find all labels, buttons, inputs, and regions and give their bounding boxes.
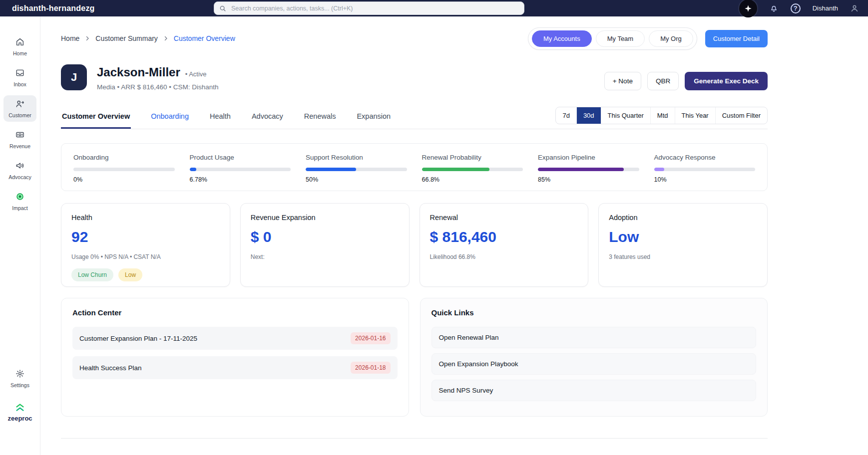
chevron-right-icon [84,35,90,41]
risk-badge: Low [118,268,142,281]
churn-badge: Low Churn [71,268,113,281]
scope-my-org[interactable]: My Org [649,30,693,47]
customer-name: Jackson-Miller [97,65,180,79]
revenue-expansion-card: Revenue Expansion $ 0 Next: [240,203,410,287]
sidebar-item-label: Customer [8,112,31,118]
sidebar-item-inbox[interactable]: Inbox [3,64,36,91]
notifications-bell-icon[interactable] [769,3,779,13]
chevron-right-icon [163,35,169,41]
metric-onboarding: Onboarding 0% [73,154,175,183]
search-icon [219,5,226,12]
progress-fill [190,168,197,171]
breadcrumb-customer-summary[interactable]: Customer Summary [95,34,157,42]
zeeproc-logo-icon [15,404,25,414]
tab-advocacy[interactable]: Advocacy [251,108,284,129]
advocacy-icon [15,161,24,172]
time-filter-custom[interactable]: Custom Filter [715,107,767,124]
global-search[interactable] [214,1,524,15]
progress-track [73,168,175,171]
time-filter-30d[interactable]: 30d [576,107,601,124]
assistant-orb-icon[interactable] [739,0,757,17]
help-icon[interactable]: ? [791,3,801,13]
impact-icon [15,192,24,203]
customer-subtitle: Media • ARR $ 816,460 • CSM: Dishanth [97,83,219,91]
revenue-expansion-value: $ 0 [251,228,399,245]
scope-toggle: My Accounts My Team My Org [528,27,697,50]
generate-exec-deck-button[interactable]: Generate Exec Deck [685,72,768,90]
quick-links-panel: Quick Links Open Renewal Plan Open Expan… [420,298,768,417]
time-filter-7d[interactable]: 7d [556,107,576,124]
qbr-button[interactable]: QBR [647,72,679,90]
progress-track [190,168,291,171]
progress-track [538,168,639,171]
progress-fill [538,168,624,171]
topbar: dishanth-hernandezg ? Dishanth [0,0,868,16]
customer-tabs: Customer Overview Onboarding Health Advo… [61,108,392,129]
quick-links-title: Quick Links [432,308,757,317]
breadcrumb: Home Customer Summary Customer Overview [61,34,235,42]
sidebar: Home Inbox Customer [0,16,40,455]
sidebar-item-advocacy[interactable]: Advocacy [3,157,36,184]
brand-name: zeeproc [7,415,32,422]
customer-avatar: J [61,64,87,90]
app-title: dishanth-hernandezg [12,4,95,13]
topbar-actions: ? Dishanth [739,0,859,16]
user-name[interactable]: Dishanth [813,4,838,12]
scope-my-accounts[interactable]: My Accounts [532,30,592,47]
sidebar-item-impact[interactable]: Impact [3,188,36,215]
progress-fill [306,168,356,171]
action-item[interactable]: Customer Expansion Plan - 17-11-2025 202… [72,327,398,350]
tab-expansion[interactable]: Expansion [356,108,392,129]
home-icon [15,37,24,48]
metric-advocacy-response: Advocacy Response 10% [654,154,756,183]
metric-support-resolution: Support Resolution 50% [306,154,407,183]
customer-status: • Active [185,70,207,78]
brand-logo[interactable]: zeeproc [7,404,32,422]
sidebar-item-label: Advocacy [8,174,31,180]
scope-my-team[interactable]: My Team [596,30,645,47]
time-filter-this-year[interactable]: This Year [675,107,715,124]
sidebar-item-label: Revenue [9,143,30,149]
progress-track [306,168,407,171]
breadcrumb-current: Customer Overview [174,34,235,42]
action-center-title: Action Center [72,308,398,317]
breadcrumb-home[interactable]: Home [61,34,79,42]
sidebar-item-home[interactable]: Home [3,33,36,60]
sidebar-item-settings[interactable]: Settings [3,365,36,392]
sidebar-item-label: Inbox [13,81,26,87]
progress-track [654,168,756,171]
settings-gear-icon [15,369,24,380]
sidebar-item-label: Settings [10,382,29,388]
tab-onboarding[interactable]: Onboarding [150,108,190,129]
revenue-icon [15,130,24,141]
quick-link-open-expansion-playbook[interactable]: Open Expansion Playbook [432,353,757,375]
tab-health[interactable]: Health [209,108,232,129]
main-content: Home Customer Summary Customer Overview … [40,16,868,455]
renewal-value: $ 816,460 [430,228,578,245]
renewal-card: Renewal $ 816,460 Likelihood 66.8% [420,203,589,287]
sidebar-item-revenue[interactable]: Revenue [3,126,36,153]
customer-icon [15,99,24,110]
progress-fill [654,168,664,171]
tab-renewals[interactable]: Renewals [303,108,337,129]
tab-customer-overview[interactable]: Customer Overview [61,108,131,129]
metric-product-usage: Product Usage 6.78% [190,154,291,183]
quick-link-open-renewal-plan[interactable]: Open Renewal Plan [432,327,757,348]
time-filter-mtd[interactable]: Mtd [650,107,675,124]
add-note-button[interactable]: + Note [604,72,641,90]
time-filter-group: 7d 30d This Quarter Mtd This Year Custom… [555,107,768,124]
progress-fill [422,168,489,171]
due-date-badge: 2026-01-16 [351,332,390,344]
sidebar-item-label: Home [13,50,27,56]
time-filter-this-quarter[interactable]: This Quarter [601,107,650,124]
search-input[interactable] [230,4,519,12]
sidebar-item-customer[interactable]: Customer [3,95,36,122]
due-date-badge: 2026-01-18 [351,362,390,374]
adoption-card: Adoption Low 3 features used [598,203,768,287]
action-item[interactable]: Health Success Plan 2026-01-18 [72,356,398,379]
profile-icon[interactable] [850,4,859,13]
customer-detail-button[interactable]: Customer Detail [705,30,768,47]
quick-link-send-nps-survey[interactable]: Send NPS Survey [432,380,757,401]
inbox-icon [15,68,24,79]
adoption-value: Low [609,228,757,245]
